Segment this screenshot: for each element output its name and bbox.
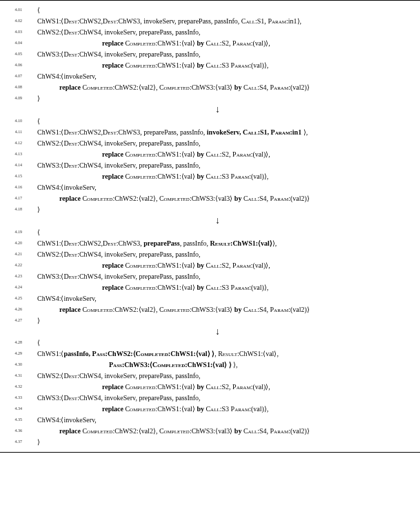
- code-line: 4.30Pass:ChWS3:⟨Completed:ChWS1:⟨val⟩ ⟩ …: [4, 359, 413, 371]
- line-number: 4.14: [4, 160, 26, 169]
- line-number: 4.06: [4, 60, 26, 69]
- code-line: 4.05ChWS3:⟨Dest:ChWS4, invokeServ, prepa…: [4, 49, 413, 60]
- code-line: 4.33ChWS3:⟨Dest:ChWS4, invokeServ, prepa…: [4, 393, 413, 404]
- code-line: 4.10⟨: [4, 116, 413, 127]
- line-content: ChWS1:⟨passInfo, Pass:ChWS2:⟨Completed:C…: [26, 348, 413, 359]
- line-content: ChWS4:⟨invokeServ,: [26, 71, 413, 82]
- code-line: 4.16ChWS4:⟨invokeServ,: [4, 182, 413, 193]
- line-content: replace Completed:ChWS1:⟨val⟩ by Call:S2…: [26, 260, 413, 271]
- line-number: 4.22: [4, 260, 26, 269]
- line-number: 4.25: [4, 293, 26, 302]
- line-content: Pass:ChWS3:⟨Completed:ChWS1:⟨val⟩ ⟩ ⟩,: [26, 359, 413, 371]
- code-line: 4.09⟩: [4, 93, 413, 104]
- line-number: 4.11: [4, 127, 26, 136]
- line-number: 4.26: [4, 304, 26, 313]
- line-number: 4.18: [4, 204, 26, 213]
- line-content: ChWS4:⟨invokeServ,: [26, 415, 413, 426]
- line-number: 4.29: [4, 348, 26, 357]
- code-line: 4.11ChWS1:⟨Dest:ChWS2,Dest:ChWS3, prepar…: [4, 127, 413, 138]
- code-line: 4.23ChWS3:⟨Dest:ChWS4, invokeServ, prepa…: [4, 271, 413, 282]
- line-content: ChWS3:⟨Dest:ChWS4, invokeServ, preparePa…: [26, 271, 413, 282]
- line-number: 4.31: [4, 371, 26, 380]
- line-number: 4.20: [4, 238, 26, 247]
- line-content: ⟩: [26, 437, 413, 448]
- line-number: 4.24: [4, 282, 26, 291]
- code-line: 4.14ChWS3:⟨Dest:ChWS4, invokeServ, prepa…: [4, 160, 413, 171]
- line-content: ChWS3:⟨Dest:ChWS4, invokeServ, preparePa…: [26, 393, 413, 404]
- line-number: 4.16: [4, 182, 26, 191]
- code-line: 4.08replace Completed:ChWS2:⟨val2⟩, Comp…: [4, 82, 413, 93]
- down-arrow-icon: ↓: [4, 215, 413, 227]
- code-line: 4.31ChWS2:⟨Dest:ChWS4, invokeServ, prepa…: [4, 371, 413, 382]
- line-content: replace Completed:ChWS1:⟨val⟩ by Call:S3…: [26, 60, 413, 71]
- line-number: 4.34: [4, 404, 26, 413]
- code-line: 4.01⟨: [4, 5, 413, 16]
- line-content: ⟨: [26, 337, 413, 348]
- code-line: 4.12ChWS2:⟨Dest:ChWS4, invokeServ, prepa…: [4, 138, 413, 149]
- line-content: replace Completed:ChWS1:⟨val⟩ by Call:S2…: [26, 38, 413, 49]
- code-listing: 4.01⟨4.02ChWS1:⟨Dest:ChWS2,Dest:ChWS3, i…: [0, 0, 420, 453]
- line-number: 4.15: [4, 171, 26, 180]
- down-arrow-icon: ↓: [4, 326, 413, 338]
- code-line: 4.03ChWS2:⟨Dest:ChWS4, invokeServ, prepa…: [4, 27, 413, 38]
- line-number: 4.12: [4, 138, 26, 147]
- line-number: 4.07: [4, 71, 26, 80]
- line-content: ChWS2:⟨Dest:ChWS4, invokeServ, preparePa…: [26, 249, 413, 260]
- code-line: 4.02ChWS1:⟨Dest:ChWS2,Dest:ChWS3, invoke…: [4, 16, 413, 27]
- code-line: 4.26replace Completed:ChWS2:⟨val2⟩, Comp…: [4, 304, 413, 315]
- line-number: 4.09: [4, 93, 26, 102]
- line-number: 4.21: [4, 249, 26, 258]
- code-line: 4.35ChWS4:⟨invokeServ,: [4, 415, 413, 426]
- line-number: 4.10: [4, 116, 26, 125]
- line-content: ChWS3:⟨Dest:ChWS4, invokeServ, preparePa…: [26, 160, 413, 171]
- code-line: 4.21ChWS2:⟨Dest:ChWS4, invokeServ, prepa…: [4, 249, 413, 260]
- line-content: replace Completed:ChWS2:⟨val2⟩, Complete…: [26, 426, 413, 437]
- code-line: 4.20ChWS1:⟨Dest:ChWS2,Dest:ChWS3, prepar…: [4, 238, 413, 249]
- line-number: 4.13: [4, 149, 26, 158]
- line-number: 4.23: [4, 271, 26, 280]
- line-content: replace Completed:ChWS1:⟨val⟩ by Call:S3…: [26, 404, 413, 415]
- code-line: 4.18⟩: [4, 204, 413, 215]
- code-line: 4.29ChWS1:⟨passInfo, Pass:ChWS2:⟨Complet…: [4, 348, 413, 359]
- code-line: 4.04replace Completed:ChWS1:⟨val⟩ by Cal…: [4, 38, 413, 49]
- line-content: replace Completed:ChWS1:⟨val⟩ by Call:S3…: [26, 282, 413, 293]
- code-line: 4.25ChWS4:⟨invokeServ,: [4, 293, 413, 304]
- line-number: 4.17: [4, 193, 26, 202]
- line-number: 4.02: [4, 16, 26, 25]
- line-content: ChWS4:⟨invokeServ,: [26, 182, 413, 193]
- line-number: 4.36: [4, 426, 26, 435]
- code-line: 4.36replace Completed:ChWS2:⟨val2⟩, Comp…: [4, 426, 413, 437]
- line-content: ⟩: [26, 315, 413, 326]
- line-content: ChWS1:⟨Dest:ChWS2,Dest:ChWS3, invokeServ…: [26, 16, 413, 27]
- line-number: 4.32: [4, 382, 26, 391]
- code-line: 4.22replace Completed:ChWS1:⟨val⟩ by Cal…: [4, 260, 413, 271]
- line-number: 4.28: [4, 337, 26, 346]
- line-number: 4.35: [4, 415, 26, 424]
- line-content: replace Completed:ChWS1:⟨val⟩ by Call:S3…: [26, 171, 413, 182]
- line-content: replace Completed:ChWS2:⟨val2⟩, Complete…: [26, 82, 413, 93]
- code-line: 4.28⟨: [4, 337, 413, 348]
- line-number: 4.08: [4, 82, 26, 91]
- code-line: 4.07ChWS4:⟨invokeServ,: [4, 71, 413, 82]
- line-content: ChWS4:⟨invokeServ,: [26, 293, 413, 304]
- line-number: 4.19: [4, 227, 26, 236]
- line-number: 4.04: [4, 38, 26, 47]
- line-number: 4.05: [4, 49, 26, 58]
- code-line: 4.06replace Completed:ChWS1:⟨val⟩ by Cal…: [4, 60, 413, 71]
- line-content: ChWS1:⟨Dest:ChWS2,Dest:ChWS3, preparePas…: [26, 127, 413, 138]
- line-number: 4.33: [4, 393, 26, 402]
- code-line: 4.13replace Completed:ChWS1:⟨val⟩ by Cal…: [4, 149, 413, 160]
- line-number: 4.27: [4, 315, 26, 324]
- line-content: ChWS2:⟨Dest:ChWS4, invokeServ, preparePa…: [26, 371, 413, 382]
- code-line: 4.19⟨: [4, 227, 413, 238]
- line-content: replace Completed:ChWS1:⟨val⟩ by Call:S2…: [26, 382, 413, 393]
- line-content: replace Completed:ChWS2:⟨val2⟩, Complete…: [26, 304, 413, 315]
- line-content: ⟩: [26, 204, 413, 215]
- line-content: ChWS1:⟨Dest:ChWS2,Dest:ChWS3, preparePas…: [26, 238, 413, 249]
- code-line: 4.32replace Completed:ChWS1:⟨val⟩ by Cal…: [4, 382, 413, 393]
- code-line: 4.27⟩: [4, 315, 413, 326]
- line-content: ⟩: [26, 93, 413, 104]
- line-number: 4.30: [4, 359, 26, 368]
- line-content: ChWS2:⟨Dest:ChWS4, invokeServ, preparePa…: [26, 138, 413, 149]
- line-content: replace Completed:ChWS1:⟨val⟩ by Call:S2…: [26, 149, 413, 160]
